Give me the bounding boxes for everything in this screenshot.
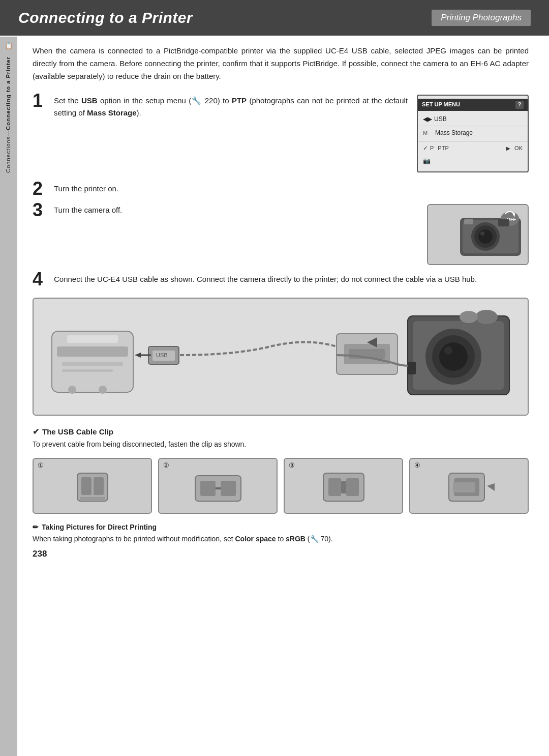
svg-rect-39 bbox=[80, 497, 105, 500]
main-content: When the camera is connected to a PictBr… bbox=[17, 36, 549, 576]
svg-rect-35 bbox=[408, 362, 416, 374]
connection-diagram: USB bbox=[33, 298, 529, 416]
step-3-content: Turn the camera off. OFF bbox=[54, 203, 529, 265]
pencil-icon: ✏ bbox=[33, 523, 39, 531]
svg-rect-38 bbox=[94, 477, 104, 495]
svg-rect-12 bbox=[57, 346, 128, 357]
step-1-number: 1 bbox=[33, 92, 54, 110]
usb-cable-clip-title-text: The USB Cable Clip bbox=[42, 427, 113, 436]
step-4-number: 4 bbox=[33, 270, 54, 288]
step-2: 2 Turn the printer on. bbox=[33, 182, 529, 198]
camera-menu-mockup: SET UP MENU ? ◀▶ USB M Mass Storage ✓ P bbox=[417, 95, 529, 172]
usb-cable-clip-section: ✔ The USB Cable Clip To prevent cable fr… bbox=[33, 427, 529, 450]
clip-images-row: ① ② ③ bbox=[33, 458, 529, 514]
direct-printing-title: ✏ Taking Pictures for Direct Printing bbox=[33, 523, 529, 531]
page-header: Connecting to a Printer Printing Photogr… bbox=[0, 0, 549, 36]
arrow-right-icon: ▶ bbox=[506, 144, 510, 153]
svg-point-32 bbox=[444, 346, 452, 355]
step-4-text: Connect the UC-E4 USB cable as shown. Co… bbox=[54, 275, 477, 283]
sidebar: 📋 Connections—Connecting to a Printer bbox=[0, 37, 17, 756]
clip-image-2: ② bbox=[158, 458, 278, 514]
camera-icon: 📷 bbox=[423, 156, 431, 166]
clip-number-4: ④ bbox=[414, 461, 420, 469]
step-4-content: Connect the UC-E4 USB cable as shown. Co… bbox=[54, 272, 529, 285]
svg-rect-37 bbox=[81, 477, 92, 495]
svg-point-34 bbox=[460, 311, 478, 323]
usb-cable-clip-title: ✔ The USB Cable Clip bbox=[33, 427, 529, 437]
page-number: 238 bbox=[33, 549, 529, 559]
svg-point-4 bbox=[478, 229, 493, 244]
menu-separator bbox=[418, 141, 528, 141]
menu-p-label: P bbox=[430, 144, 434, 153]
menu-checkmark: ✓ bbox=[423, 143, 428, 153]
svg-rect-44 bbox=[328, 478, 341, 496]
menu-title-bar: SET UP MENU ? bbox=[418, 99, 528, 111]
svg-rect-9 bbox=[498, 219, 509, 226]
svg-point-17 bbox=[99, 386, 107, 394]
clip-image-1: ① bbox=[33, 458, 152, 514]
clip-number-2: ② bbox=[163, 461, 169, 469]
svg-point-16 bbox=[68, 386, 76, 394]
step-3-number: 3 bbox=[33, 201, 54, 219]
direct-printing-note: ✏ Taking Pictures for Direct Printing Wh… bbox=[33, 523, 529, 545]
clip-image-3-svg bbox=[313, 463, 374, 509]
svg-point-31 bbox=[439, 342, 468, 371]
menu-usb-label: USB bbox=[434, 114, 447, 124]
svg-point-33 bbox=[475, 310, 498, 324]
clip-image-3: ③ bbox=[284, 458, 403, 514]
clip-image-1-svg bbox=[62, 463, 123, 509]
step-2-number: 2 bbox=[33, 180, 54, 198]
svg-rect-10 bbox=[464, 219, 473, 224]
step-3-text-area: Turn the camera off. bbox=[54, 204, 418, 216]
subtitle-badge: Printing Photographs bbox=[432, 10, 531, 26]
menu-question-icon: ? bbox=[515, 101, 524, 109]
svg-rect-46 bbox=[341, 481, 346, 493]
svg-rect-14 bbox=[62, 369, 113, 372]
usb-arrow-icon: ◀▶ bbox=[423, 114, 432, 124]
camera-off-svg: OFF bbox=[430, 205, 526, 264]
clip-image-2-svg bbox=[188, 463, 249, 509]
svg-marker-49 bbox=[487, 483, 495, 491]
intro-paragraph: When the camera is connected to a PictBr… bbox=[33, 45, 529, 82]
page-title: Connecting to a Printer bbox=[18, 9, 193, 26]
menu-item-mass-storage: M Mass Storage bbox=[418, 126, 528, 140]
direct-printing-text: When taking photographs to be printed wi… bbox=[33, 533, 529, 545]
sidebar-icon: 📋 bbox=[5, 42, 13, 49]
clip-number-3: ③ bbox=[289, 461, 295, 469]
menu-usb-row: ◀▶ USB bbox=[418, 113, 528, 126]
menu-mass-storage-label: Mass Storage bbox=[435, 128, 473, 138]
step-3-text: Turn the camera off. bbox=[54, 206, 122, 214]
svg-text:USB: USB bbox=[156, 352, 168, 358]
step-1-content: Set the USB option in the setup menu (🔧 … bbox=[54, 94, 529, 172]
step-4: 4 Connect the UC-E4 USB cable as shown. … bbox=[33, 272, 529, 288]
menu-ok-label: OK bbox=[514, 144, 523, 153]
svg-rect-45 bbox=[346, 478, 359, 496]
step-2-text: Turn the printer on. bbox=[54, 184, 118, 193]
menu-ptp-label: PTP bbox=[436, 144, 504, 153]
menu-m-icon: M bbox=[423, 129, 432, 138]
direct-printing-title-text: Taking Pictures for Direct Printing bbox=[42, 523, 157, 531]
clip-image-4-svg bbox=[439, 463, 500, 509]
sidebar-text: Connections—Connecting to a Printer bbox=[5, 56, 12, 173]
step-3: 3 Turn the camera off. OFF bbox=[33, 203, 529, 265]
svg-rect-42 bbox=[221, 481, 236, 496]
svg-rect-15 bbox=[67, 335, 118, 343]
clip-number-1: ① bbox=[38, 461, 44, 469]
connection-diagram-svg: USB bbox=[42, 306, 520, 408]
usb-cable-clip-description: To prevent cable from being disconnected… bbox=[33, 439, 529, 450]
step-1: 1 Set the USB option in the setup menu (… bbox=[33, 94, 529, 172]
check-icon: ✔ bbox=[33, 427, 39, 437]
svg-rect-13 bbox=[62, 362, 123, 366]
svg-rect-50 bbox=[453, 482, 475, 492]
step-1-text: Set the USB option in the setup menu (🔧 … bbox=[54, 95, 408, 119]
svg-marker-22 bbox=[135, 353, 141, 358]
menu-title: SET UP MENU bbox=[422, 100, 460, 109]
clip-image-4: ④ bbox=[409, 458, 529, 514]
menu-camera-icon-row: 📷 bbox=[418, 154, 528, 168]
menu-ptp-row: ✓ P PTP ▶ OK bbox=[418, 142, 528, 154]
svg-rect-41 bbox=[200, 481, 216, 496]
step-2-content: Turn the printer on. bbox=[54, 182, 529, 195]
svg-point-5 bbox=[480, 231, 484, 236]
camera-off-illustration: OFF bbox=[427, 204, 529, 265]
